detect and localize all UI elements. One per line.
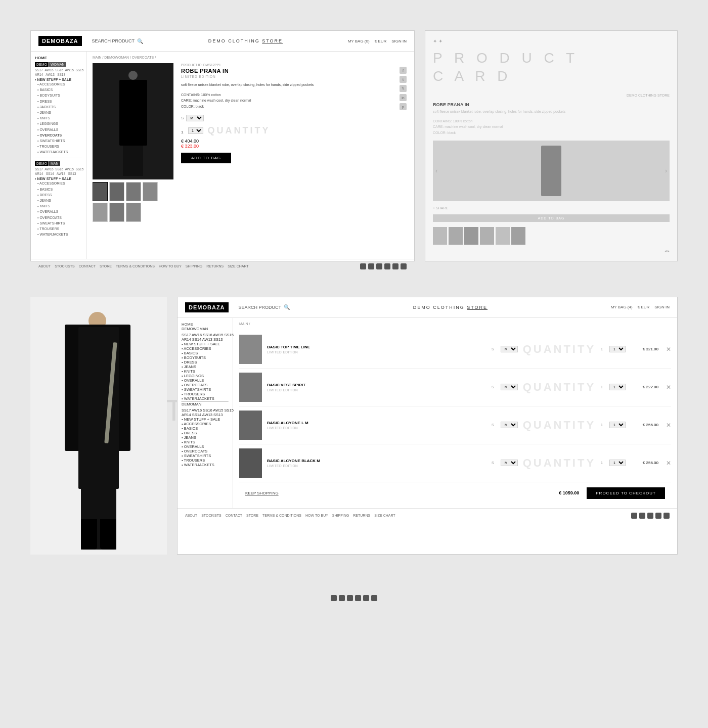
cat-sweatshirts[interactable]: • SWEATSHIRTS (35, 138, 82, 144)
cart-item-remove-3[interactable]: ✕ (666, 422, 671, 429)
cart-cat-trousers[interactable]: • TROUSERS (182, 392, 229, 396)
currency-selector[interactable]: € EUR (375, 39, 387, 43)
cat-trousers[interactable]: • TROUSERS (35, 144, 82, 149)
cart-footer-pinterest-icon[interactable] (663, 513, 670, 519)
cat-jackets[interactable]: • JACKETS (35, 104, 82, 110)
thumbnail-6[interactable] (109, 203, 124, 222)
card-store-link[interactable]: DEMO CLOTHING STORE (433, 94, 670, 97)
thumbnail-2[interactable] (109, 182, 124, 201)
man-new-stuff-link[interactable]: • NEW STUFF + SALE (35, 177, 82, 180)
stockists-link[interactable]: STOCKISTS (55, 264, 75, 268)
cat-overalls[interactable]: • OVERALLS (35, 127, 82, 132)
size-selector[interactable]: S MSLXL (181, 115, 408, 121)
cart-item-remove-2[interactable]: ✕ (666, 384, 671, 391)
cart-man-cat-overcoats[interactable]: • OVERCOATS (182, 449, 229, 453)
cart-item-remove-4[interactable]: ✕ (666, 460, 671, 467)
cart-cat-dress[interactable]: • DRESS (182, 360, 229, 365)
store-link[interactable]: STORE (100, 264, 112, 268)
card-thumb-1[interactable] (433, 227, 447, 245)
cart-man-cat-dress[interactable]: • DRESS (182, 431, 229, 435)
cart-man-cat-trousers[interactable]: • TROUSERS (182, 458, 229, 463)
man-cat-sweatshirts[interactable]: • SWEATSHIRTS (35, 220, 82, 226)
cart-cat-waterjackets[interactable]: • WATERJACKETS (182, 396, 229, 401)
cart-store-link[interactable]: STORE (467, 305, 488, 310)
search-area[interactable]: SEARCH PRODUCT 🔍 (92, 38, 144, 44)
add-to-bag-button[interactable]: ADD TO BAG (181, 153, 231, 163)
card-prev-arrow[interactable]: ‹ (435, 167, 437, 174)
cat-overcoats[interactable]: • OVERCOATS (35, 132, 82, 138)
man-cat-dress[interactable]: • DRESS (35, 192, 82, 198)
cart-man-cat-overalls[interactable]: • OVERALLS (182, 444, 229, 449)
cart-man-cat-sweatshirts[interactable]: • SWEATSHIRTS (182, 453, 229, 458)
cart-shipping-link[interactable]: SHIPPING (332, 514, 349, 517)
cat-bodysuits[interactable]: • BODYSUITS (35, 93, 82, 98)
card-thumb-3[interactable] (464, 227, 478, 245)
cart-new-stuff[interactable]: • NEW STUFF + SALE (182, 342, 229, 346)
logo[interactable]: DEMOBAZA (38, 36, 82, 46)
cat-accessories[interactable]: • ACCESSORIES (35, 81, 82, 87)
qty-select-2[interactable]: 1 (609, 384, 626, 390)
cat-knits[interactable]: • KNITS (35, 115, 82, 121)
cart-cat-leggings[interactable]: • LEGGINGS (182, 374, 229, 378)
cart-cat-knits[interactable]: • KNITS (182, 369, 229, 374)
quantity-dropdown[interactable]: 123 (188, 127, 203, 134)
cart-search-icon[interactable]: 🔍 (284, 304, 290, 310)
cart-man-cat-waterjackets[interactable]: • WATERJACKETS (182, 463, 229, 467)
global-tumblr-icon[interactable] (339, 595, 345, 601)
cart-cat-overcoats[interactable]: • OVERCOATS (182, 383, 229, 387)
size-chart-link[interactable]: SIZE CHART (228, 264, 249, 268)
pinterest-icon[interactable]: p (400, 103, 407, 110)
cart-man-cat-accessories[interactable]: • ACCESSORIES (182, 422, 229, 426)
thumbnail-5[interactable] (93, 203, 108, 222)
size-dropdown[interactable]: MSLXL (186, 115, 204, 121)
returns-link[interactable]: RETURNS (206, 264, 224, 268)
checkout-button[interactable]: PROCEED TO CHECKOUT (587, 487, 665, 499)
footer-facebook-icon[interactable] (360, 263, 366, 269)
cart-about-link[interactable]: ABOUT (185, 514, 197, 517)
terms-link[interactable]: TERMS & CONDITIONS (116, 264, 155, 268)
cart-terms-link[interactable]: TERMS & CONDITIONS (262, 514, 301, 517)
man-cat-overcoats[interactable]: • OVERCOATS (35, 215, 82, 220)
thumbnail-3[interactable] (126, 182, 141, 201)
cart-cat-basics[interactable]: • BASICS (182, 351, 229, 355)
cart-contact-link[interactable]: CONTACT (226, 514, 242, 517)
keep-shopping-link[interactable]: KEEP SHOPPING (245, 491, 279, 495)
cart-store-footer-link[interactable]: STORE (246, 514, 258, 517)
card-thumb-4[interactable] (480, 227, 494, 245)
man-label[interactable]: MAN (49, 161, 60, 166)
cat-waterjackets[interactable]: • WATERJACKETS (35, 149, 82, 155)
cart-cat-overalls[interactable]: • OVERALLS (182, 378, 229, 383)
footer-tumblr-icon[interactable] (368, 263, 374, 269)
card-share-btn[interactable]: + SHARE (433, 206, 670, 210)
man-cat-accessories[interactable]: • ACCESSORIES (35, 180, 82, 186)
tumblr-icon[interactable]: t (400, 76, 407, 83)
cart-man-new-stuff[interactable]: • NEW STUFF + SALE (182, 417, 229, 422)
cat-dress[interactable]: • DRESS (35, 99, 82, 104)
global-pinterest-icon[interactable] (363, 595, 369, 601)
new-stuff-link[interactable]: • NEW STUFF + SALE (35, 78, 82, 81)
cart-logo[interactable]: DEMOBAZA (185, 302, 229, 312)
global-facebook-icon[interactable] (331, 595, 337, 601)
cart-currency[interactable]: € EUR (638, 305, 650, 309)
contact-link[interactable]: CONTACT (79, 264, 96, 268)
cat-leggings[interactable]: • LEGGINGS (35, 121, 82, 126)
footer-instagram-icon[interactable] (384, 263, 390, 269)
size-select-4[interactable]: M (501, 460, 518, 466)
cart-search-area[interactable]: SEARCH PRODUCT 🔍 (239, 304, 290, 310)
cart-man-cat-knits[interactable]: • KNITS (182, 440, 229, 444)
cart-sign-in[interactable]: SIGN IN (654, 305, 670, 309)
woman-label[interactable]: WOMAN (49, 62, 66, 67)
cat-basics[interactable]: • BASICS (35, 87, 82, 93)
store-underline[interactable]: STORE (262, 38, 283, 43)
cart-man-cat-jeans[interactable]: • JEANS (182, 435, 229, 440)
cart-cat-bodysuits[interactable]: • BODYSUITS (182, 355, 229, 360)
card-thumb-6[interactable] (511, 227, 525, 245)
cart-footer-twitter-icon[interactable] (647, 513, 653, 519)
man-cat-overalls[interactable]: • OVERALLS (35, 209, 82, 214)
footer-other-icon[interactable] (401, 263, 407, 269)
man-cat-waterjackets[interactable]: • WATERJACKETS (35, 232, 82, 237)
card-add-to-bag-button[interactable]: ADD TO BAG (433, 214, 670, 222)
thumbnail-7[interactable] (126, 203, 141, 222)
cat-jeans[interactable]: • JEANS (35, 110, 82, 115)
about-link[interactable]: ABOUT (38, 264, 51, 268)
